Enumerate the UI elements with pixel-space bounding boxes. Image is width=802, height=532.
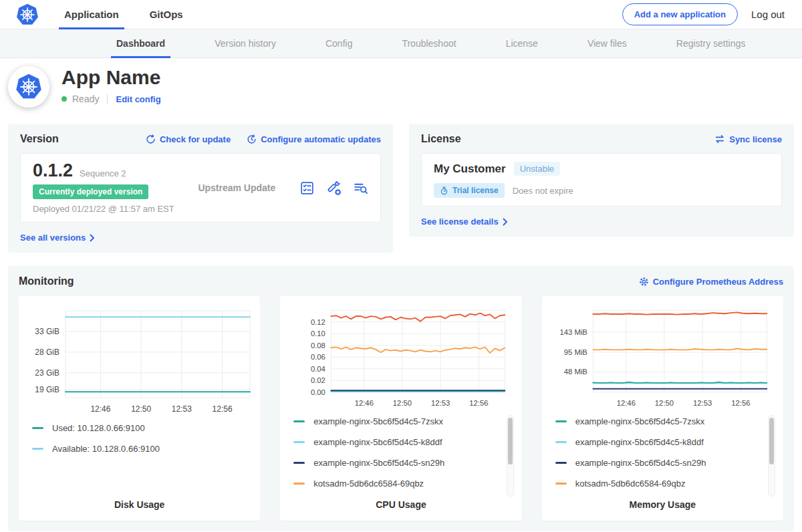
svg-text:0.08: 0.08 bbox=[311, 342, 325, 350]
legend-item: example-nginx-5bc6f5d4c5-sn29h bbox=[293, 458, 501, 468]
chevron-right-icon bbox=[503, 218, 508, 226]
legend-item: example-nginx-5bc6f5d4c5-7zskx bbox=[555, 416, 763, 426]
svg-text:12:56: 12:56 bbox=[213, 404, 233, 414]
cpu-usage-legend: example-nginx-5bc6f5d4c5-7zskxexample-ng… bbox=[293, 416, 501, 489]
svg-text:0.04: 0.04 bbox=[311, 365, 325, 373]
svg-text:12:46: 12:46 bbox=[355, 399, 374, 407]
svg-text:12:56: 12:56 bbox=[470, 399, 489, 407]
chart-title: CPU Usage bbox=[285, 499, 516, 513]
configure-automatic-updates-link[interactable]: Configure automatic updates bbox=[247, 134, 381, 144]
memory-usage-chart: 143 MiB95 MiB48 MiB12:4612:5012:5312:56 bbox=[547, 303, 777, 411]
svg-text:12:53: 12:53 bbox=[431, 399, 450, 407]
currently-deployed-badge: Currently deployed version bbox=[33, 184, 148, 199]
svg-text:33 GiB: 33 GiB bbox=[35, 327, 59, 336]
legend-label: kotsadm-5db6dc6584-69qbz bbox=[575, 479, 686, 489]
refresh-icon bbox=[146, 134, 156, 144]
svg-text:0.12: 0.12 bbox=[311, 318, 325, 326]
version-card: Version Check for update bbox=[8, 124, 393, 253]
memory-usage-legend: example-nginx-5bc6f5d4c5-7zskxexample-ng… bbox=[555, 416, 763, 489]
legend-label: example-nginx-5bc6f5d4c5-7zskx bbox=[575, 416, 705, 426]
cpu-usage-chart: 0.120.100.080.060.040.020.0012:4612:5012… bbox=[285, 303, 515, 411]
svg-text:12:46: 12:46 bbox=[616, 399, 635, 407]
legend-swatch bbox=[555, 483, 567, 485]
app-header: App Name Ready Edit config bbox=[0, 58, 802, 117]
channel-badge: Unstable bbox=[514, 162, 560, 176]
topnav-tab-gitops[interactable]: GitOps bbox=[147, 0, 186, 29]
tab-license[interactable]: License bbox=[501, 29, 543, 57]
version-card-title: Version bbox=[20, 133, 59, 145]
legend-label: kotsadm-5db6dc6584-69qbz bbox=[313, 479, 424, 489]
see-license-details-link[interactable]: See license details bbox=[421, 217, 508, 227]
logout-button[interactable]: Log out bbox=[751, 9, 785, 20]
preflight-checklist-icon[interactable] bbox=[299, 180, 315, 196]
see-all-versions-link[interactable]: See all versions bbox=[20, 233, 95, 243]
edit-config-link[interactable]: Edit config bbox=[116, 94, 160, 104]
customer-name: My Customer bbox=[434, 162, 506, 176]
version-source-label: Upstream Update bbox=[174, 182, 299, 193]
tab-view-files[interactable]: View files bbox=[582, 29, 632, 57]
config-wrench-icon[interactable] bbox=[326, 180, 342, 196]
svg-text:28 GiB: 28 GiB bbox=[35, 348, 59, 357]
disk-usage-chart-card: 33 GiB28 GiB23 GiB19 GiB12:4612:5012:531… bbox=[19, 296, 260, 521]
tab-dashboard[interactable]: Dashboard bbox=[111, 29, 170, 57]
tab-registry-settings[interactable]: Registry settings bbox=[671, 29, 751, 57]
version-number: 0.1.2 bbox=[33, 162, 73, 180]
sequence-label: Sequence 2 bbox=[80, 168, 126, 178]
disk-usage-chart: 33 GiB28 GiB23 GiB19 GiB12:4612:5012:531… bbox=[24, 303, 254, 418]
kubernetes-icon bbox=[15, 74, 42, 100]
svg-text:0.00: 0.00 bbox=[311, 388, 325, 396]
svg-text:143 MiB: 143 MiB bbox=[559, 328, 587, 336]
current-version-panel: 0.1.2 Sequence 2 Currently deployed vers… bbox=[20, 153, 381, 223]
monitoring-section: Monitoring Configure Prometheus Address … bbox=[8, 266, 794, 531]
legend-swatch bbox=[32, 427, 43, 429]
topnav-tab-label: Application bbox=[64, 9, 119, 20]
top-nav: Application GitOps Add a new application… bbox=[0, 0, 802, 29]
tab-troubleshoot[interactable]: Troubleshoot bbox=[396, 29, 461, 57]
deployed-timestamp: Deployed 01/21/22 @ 11:57 am EST bbox=[33, 204, 174, 214]
sync-license-link[interactable]: Sync license bbox=[714, 134, 782, 144]
link-label: Check for update bbox=[160, 134, 231, 144]
legend-label: example-nginx-5bc6f5d4c5-k8ddf bbox=[575, 437, 704, 447]
legend-item: kotsadm-5db6dc6584-69qbz bbox=[555, 479, 763, 489]
topnav-tab-label: GitOps bbox=[150, 9, 183, 20]
legend-swatch bbox=[555, 441, 567, 443]
svg-text:12:50: 12:50 bbox=[393, 399, 412, 407]
link-label: Configure Prometheus Address bbox=[653, 277, 783, 287]
svg-text:12:46: 12:46 bbox=[90, 404, 110, 414]
legend-item: example-nginx-5bc6f5d4c5-k8ddf bbox=[555, 437, 763, 447]
disk-usage-legend: Used: 10.128.0.66:9100Available: 10.128.… bbox=[32, 423, 240, 454]
legend-swatch bbox=[293, 483, 305, 485]
svg-text:95 MiB: 95 MiB bbox=[563, 348, 587, 356]
legend-swatch bbox=[293, 462, 305, 464]
topnav-tab-application[interactable]: Application bbox=[61, 0, 122, 29]
legend-swatch bbox=[555, 462, 567, 464]
legend-item: kotsadm-5db6dc6584-69qbz bbox=[293, 479, 501, 489]
legend-label: example-nginx-5bc6f5d4c5-sn29h bbox=[313, 458, 444, 468]
monitoring-title: Monitoring bbox=[19, 275, 74, 287]
legend-item: Available: 10.128.0.66:9100 bbox=[32, 444, 240, 454]
license-panel: My Customer Unstable Trial license Does … bbox=[421, 153, 782, 207]
check-for-update-link[interactable]: Check for update bbox=[146, 134, 231, 144]
ready-status-dot bbox=[61, 96, 67, 102]
legend-scrollbar bbox=[768, 415, 775, 497]
memory-usage-chart-card: 143 MiB95 MiB48 MiB12:4612:5012:5312:56 … bbox=[542, 296, 783, 521]
legend-scrollbar-thumb[interactable] bbox=[769, 418, 774, 464]
configure-prometheus-link[interactable]: Configure Prometheus Address bbox=[639, 277, 783, 287]
gear-icon bbox=[639, 277, 649, 287]
tab-config[interactable]: Config bbox=[320, 29, 358, 57]
svg-text:19 GiB: 19 GiB bbox=[35, 385, 59, 394]
legend-swatch bbox=[555, 420, 567, 422]
cards-row: Version Check for update bbox=[0, 117, 802, 263]
chart-title: Memory Usage bbox=[547, 499, 778, 513]
add-new-application-button[interactable]: Add a new application bbox=[622, 3, 738, 25]
cpu-usage-chart-card: 0.120.100.080.060.040.020.0012:4612:5012… bbox=[280, 296, 521, 521]
stopwatch-icon bbox=[440, 186, 448, 195]
license-card: License Sync license My Customer Unstabl… bbox=[409, 124, 794, 237]
sync-arrows-icon bbox=[714, 134, 725, 144]
legend-swatch bbox=[32, 448, 43, 450]
legend-scrollbar bbox=[507, 415, 514, 497]
legend-scrollbar-thumb[interactable] bbox=[508, 418, 513, 464]
view-diff-logs-icon[interactable] bbox=[353, 180, 368, 196]
chart-title: Disk Usage bbox=[24, 499, 255, 513]
tab-version-history[interactable]: Version history bbox=[209, 29, 281, 57]
